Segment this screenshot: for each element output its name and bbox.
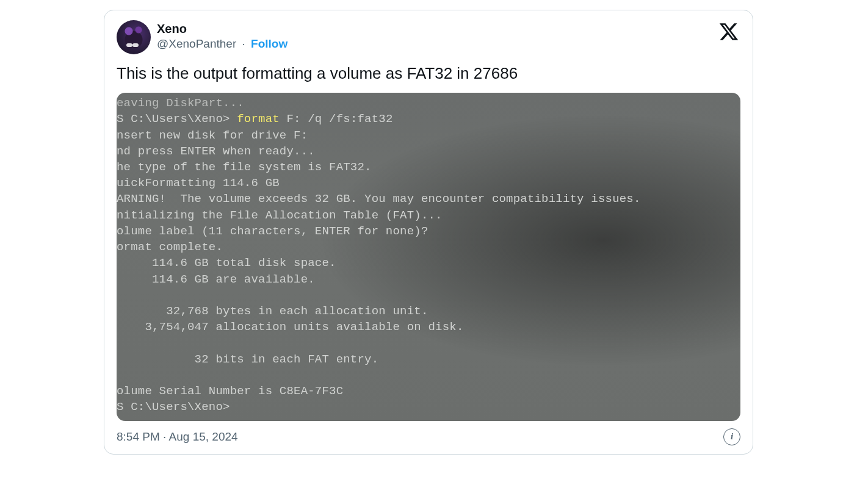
avatar[interactable] xyxy=(117,20,151,54)
tweet-header: Xeno @XenoPanther · Follow xyxy=(117,20,740,54)
tweet-card: Xeno @XenoPanther · Follow This is the o… xyxy=(104,10,753,455)
terminal-args: F: /q /fs:fat32 xyxy=(280,112,393,126)
timestamp-link[interactable]: 8:54 PM · Aug 15, 2024 xyxy=(117,430,238,444)
x-logo-icon[interactable] xyxy=(718,21,739,42)
tweet-meta: 8:54 PM · Aug 15, 2024 i xyxy=(117,428,740,445)
terminal-line: eaving DiskPart... xyxy=(117,96,244,110)
terminal-command: format xyxy=(237,112,280,126)
terminal-screenshot[interactable]: eaving DiskPart... S C:\Users\Xeno> form… xyxy=(117,93,740,421)
author-handle[interactable]: @XenoPanther xyxy=(157,37,236,50)
author-subline: @XenoPanther · Follow xyxy=(157,37,287,51)
tweet-time: 8:54 PM xyxy=(117,430,160,443)
separator-dot: · xyxy=(163,430,169,443)
terminal-output-body: nsert new disk for drive F: nd press ENT… xyxy=(117,129,641,398)
tweet-text: This is the output formatting a volume a… xyxy=(117,63,740,84)
terminal-prompt-end: S C:\Users\Xeno> xyxy=(117,400,230,414)
tweet-date: Aug 15, 2024 xyxy=(169,430,238,443)
follow-link[interactable]: Follow xyxy=(251,37,287,50)
author-display-name[interactable]: Xeno xyxy=(157,21,287,37)
info-icon[interactable]: i xyxy=(723,428,740,445)
terminal-content: eaving DiskPart... S C:\Users\Xeno> form… xyxy=(117,95,740,415)
terminal-prompt-prefix: S C:\Users\Xeno> xyxy=(117,112,237,126)
info-glyph: i xyxy=(731,431,733,442)
separator-dot: · xyxy=(240,37,248,50)
author-block: Xeno @XenoPanther · Follow xyxy=(157,20,287,51)
